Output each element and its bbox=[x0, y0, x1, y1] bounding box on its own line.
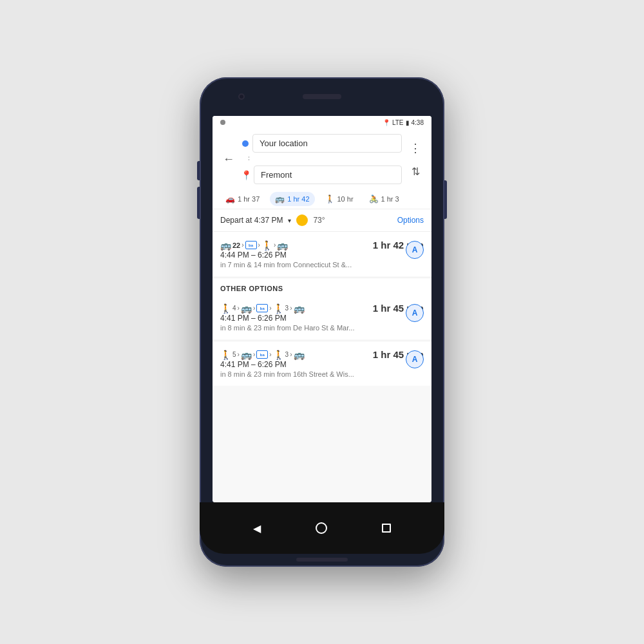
arrow-5: › bbox=[253, 305, 255, 312]
other-route-1-times: 4:41 PM – 6:26 PM bbox=[220, 314, 406, 323]
walk-icon-5: 🚶 bbox=[273, 350, 284, 360]
route-connector bbox=[249, 156, 249, 162]
main-route-times: 4:44 PM – 6:26 PM bbox=[220, 251, 406, 260]
battery-icon: ▮ bbox=[406, 119, 410, 126]
arrow-8: › bbox=[238, 351, 240, 358]
arrow-2: › bbox=[258, 242, 260, 249]
other-route-card-2[interactable]: 🚶 5 › 🚌 › ba › 🚶 3 › 🚌 1 hr 45 min 4:41 … bbox=[213, 341, 431, 386]
walk-icon-1: 🚶 bbox=[261, 240, 272, 251]
phone-top bbox=[200, 77, 444, 116]
status-right: 📍 LTE ▮ 4:38 bbox=[383, 119, 424, 126]
swap-directions-button[interactable]: ⇅ bbox=[409, 163, 422, 180]
other-route-1-avatar[interactable]: A bbox=[406, 304, 424, 322]
depart-dropdown-arrow[interactable]: ▾ bbox=[288, 217, 291, 224]
clock: 4:38 bbox=[412, 119, 424, 126]
bus-icon-2: 🚌 bbox=[277, 240, 288, 251]
transport-tabs: 🚗 1 hr 37 🚌 1 hr 42 🚶 10 hr 🚴 1 hr 3 bbox=[213, 189, 431, 209]
drive-duration: 1 hr 37 bbox=[238, 195, 260, 203]
location-icon: 📍 bbox=[383, 119, 390, 126]
main-route-card[interactable]: 🚌 22 › ba › 🚶 › 🚌 1 hr 42 min 4:44 PM – … bbox=[213, 232, 431, 276]
status-bar: 📍 LTE ▮ 4:38 bbox=[213, 116, 431, 129]
bike-duration: 1 hr 3 bbox=[381, 195, 399, 203]
bus-icon-1: 🚌 bbox=[220, 240, 231, 251]
bus-number: 22 bbox=[232, 242, 240, 249]
main-route-avatar[interactable]: A bbox=[406, 241, 424, 259]
tab-walk[interactable]: 🚶 10 hr bbox=[320, 192, 359, 206]
android-home-button[interactable] bbox=[316, 522, 327, 534]
bus-icon-5: 🚌 bbox=[241, 350, 252, 360]
bike-icon: 🚴 bbox=[369, 194, 379, 204]
routes-list: 🚌 22 › ba › 🚶 › 🚌 1 hr 42 min 4:44 PM – … bbox=[213, 232, 431, 502]
depart-text[interactable]: Depart at 4:37 PM bbox=[220, 216, 283, 225]
depart-bar: Depart at 4:37 PM ▾ 73° Options bbox=[213, 209, 431, 232]
walk-duration: 10 hr bbox=[337, 195, 354, 203]
arrow-6: › bbox=[269, 305, 271, 312]
back-button[interactable]: ← bbox=[220, 150, 237, 169]
other-options-label: OTHER OPTIONS bbox=[213, 278, 431, 295]
walk-badge-1: 4 bbox=[232, 305, 236, 312]
origin-input[interactable]: Your location bbox=[252, 134, 402, 153]
arrow-7: › bbox=[290, 305, 292, 312]
transit-duration: 1 hr 42 bbox=[287, 195, 309, 203]
tab-bike[interactable]: 🚴 1 hr 3 bbox=[364, 192, 404, 206]
arrow-1: › bbox=[242, 242, 243, 249]
phone-bottom-nav: ◀ bbox=[200, 502, 444, 554]
status-dot bbox=[220, 120, 225, 125]
bus-icon-4: 🚌 bbox=[294, 303, 305, 314]
drive-icon: 🚗 bbox=[225, 194, 235, 204]
other-route-1-detail: in 8 min & 23 min from De Haro St & Mar.… bbox=[220, 324, 406, 332]
arrow-3: › bbox=[274, 242, 276, 249]
origin-row: Your location bbox=[242, 134, 402, 153]
route-inputs: Your location 📍 Fremont bbox=[242, 134, 402, 184]
other-route-2-icons: 🚶 5 › 🚌 › ba › 🚶 3 › 🚌 1 hr 45 min bbox=[220, 349, 424, 360]
bus-icon-3: 🚌 bbox=[241, 303, 252, 314]
bus-icon-6: 🚌 bbox=[294, 350, 305, 360]
walk-badge-3: 5 bbox=[232, 351, 236, 358]
android-back-button[interactable]: ◀ bbox=[253, 522, 261, 535]
other-route-2-times: 4:41 PM – 6:26 PM bbox=[220, 360, 406, 369]
origin-dot bbox=[242, 140, 249, 147]
bart-icon-3: ba bbox=[256, 350, 268, 359]
tab-drive[interactable]: 🚗 1 hr 37 bbox=[220, 192, 265, 206]
earpiece-speaker bbox=[303, 94, 341, 99]
weather-sun-icon bbox=[296, 214, 308, 226]
arrow-9: › bbox=[253, 351, 255, 358]
arrow-11: › bbox=[290, 351, 292, 358]
destination-pin: 📍 bbox=[242, 171, 250, 179]
walk-icon-2: 🚶 bbox=[220, 303, 231, 314]
bart-icon-2: ba bbox=[256, 304, 268, 312]
android-recents-button[interactable] bbox=[382, 524, 391, 533]
temperature: 73° bbox=[313, 216, 325, 225]
options-button[interactable]: Options bbox=[397, 216, 424, 225]
walk-icon-4: 🚶 bbox=[220, 350, 231, 360]
signal-indicator: LTE bbox=[392, 119, 404, 126]
volume-up-button[interactable] bbox=[197, 161, 200, 180]
nav-header: ← Your location 📍 Fremont ⋮ ⇅ bbox=[213, 129, 431, 189]
destination-input[interactable]: Fremont bbox=[254, 166, 402, 184]
destination-row: 📍 Fremont bbox=[242, 166, 402, 184]
status-left bbox=[220, 120, 225, 125]
arrow-10: › bbox=[269, 351, 271, 358]
volume-down-button[interactable] bbox=[197, 187, 200, 219]
walk-icon: 🚶 bbox=[325, 194, 335, 204]
tab-transit[interactable]: 🚌 1 hr 42 bbox=[270, 192, 314, 206]
main-route-detail: in 7 min & 14 min from Connecticut St &.… bbox=[220, 261, 406, 269]
phone-screen: 📍 LTE ▮ 4:38 ← Your location 📍 Fr bbox=[213, 116, 431, 502]
other-route-1-icons: 🚶 4 › 🚌 › ba › 🚶 3 › 🚌 1 hr 45 min bbox=[220, 303, 424, 314]
other-route-card-1[interactable]: 🚶 4 › 🚌 › ba › 🚶 3 › 🚌 1 hr 45 min 4:41 … bbox=[213, 295, 431, 339]
bottom-speaker bbox=[296, 558, 348, 562]
more-options-button[interactable]: ⋮ bbox=[407, 138, 424, 158]
other-route-2-avatar[interactable]: A bbox=[406, 350, 424, 368]
phone-device: 📍 LTE ▮ 4:38 ← Your location 📍 Fr bbox=[200, 77, 444, 567]
transit-icon: 🚌 bbox=[275, 194, 285, 204]
bart-icon-1: ba bbox=[245, 241, 257, 249]
walk-icon-3: 🚶 bbox=[273, 303, 284, 314]
power-button[interactable] bbox=[444, 180, 447, 219]
walk-badge-2: 3 bbox=[285, 305, 289, 312]
front-camera bbox=[238, 93, 245, 100]
main-route-icons: 🚌 22 › ba › 🚶 › 🚌 1 hr 42 min bbox=[220, 240, 424, 251]
other-route-2-detail: in 8 min & 23 min from 16th Street & Wis… bbox=[220, 370, 406, 378]
arrow-4: › bbox=[238, 305, 240, 312]
walk-badge-4: 3 bbox=[285, 351, 289, 358]
